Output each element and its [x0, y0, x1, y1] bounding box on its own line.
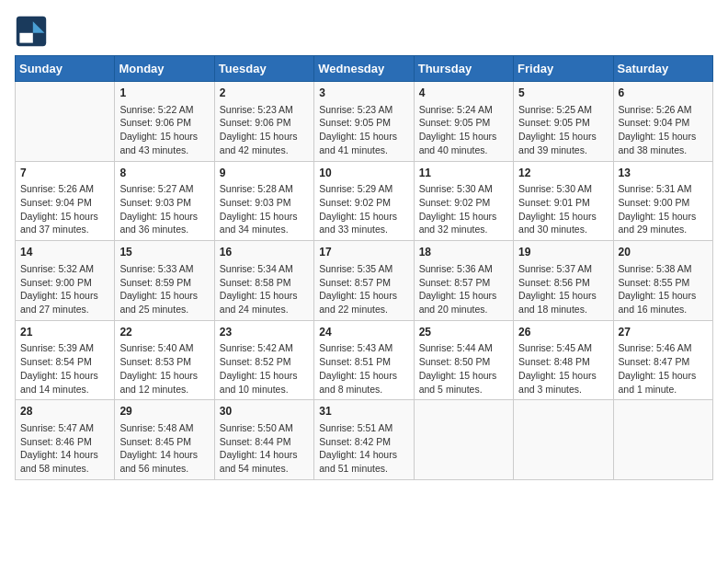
day-number: 26 — [518, 325, 608, 340]
calendar-cell — [514, 400, 613, 480]
calendar-cell: 12Sunrise: 5:30 AM Sunset: 9:01 PM Dayli… — [514, 161, 613, 241]
week-row-3: 14Sunrise: 5:32 AM Sunset: 9:00 PM Dayli… — [16, 241, 713, 321]
day-number: 7 — [20, 166, 109, 181]
calendar-cell: 27Sunrise: 5:46 AM Sunset: 8:47 PM Dayli… — [613, 320, 712, 400]
svg-rect-2 — [19, 33, 32, 43]
calendar-cell: 25Sunrise: 5:44 AM Sunset: 8:50 PM Dayli… — [414, 320, 513, 400]
day-number: 30 — [220, 404, 309, 419]
week-row-2: 7Sunrise: 5:26 AM Sunset: 9:04 PM Daylig… — [16, 161, 713, 241]
calendar-cell: 11Sunrise: 5:30 AM Sunset: 9:02 PM Dayli… — [414, 161, 513, 241]
calendar-cell: 3Sunrise: 5:23 AM Sunset: 9:05 PM Daylig… — [314, 82, 414, 162]
day-number: 22 — [119, 325, 209, 340]
day-content: Sunrise: 5:23 AM Sunset: 9:05 PM Dayligh… — [319, 103, 408, 157]
calendar-cell: 24Sunrise: 5:43 AM Sunset: 8:51 PM Dayli… — [314, 320, 414, 400]
week-row-1: 1Sunrise: 5:22 AM Sunset: 9:06 PM Daylig… — [16, 82, 713, 162]
day-content: Sunrise: 5:51 AM Sunset: 8:42 PM Dayligh… — [319, 421, 408, 476]
day-number: 14 — [20, 245, 109, 260]
calendar-cell: 15Sunrise: 5:33 AM Sunset: 8:59 PM Dayli… — [115, 241, 214, 321]
day-content: Sunrise: 5:32 AM Sunset: 9:00 PM Dayligh… — [20, 262, 109, 316]
day-number: 2 — [220, 86, 309, 101]
calendar-cell — [414, 400, 513, 480]
day-content: Sunrise: 5:35 AM Sunset: 8:57 PM Dayligh… — [319, 262, 408, 316]
day-number: 16 — [220, 245, 309, 260]
day-number: 15 — [119, 245, 209, 260]
calendar-cell — [613, 400, 712, 480]
column-header-monday: Monday — [115, 56, 214, 82]
day-number: 27 — [619, 325, 708, 340]
day-number: 17 — [319, 245, 408, 260]
day-number: 28 — [20, 404, 109, 419]
day-number: 18 — [419, 245, 508, 260]
day-content: Sunrise: 5:40 AM Sunset: 8:53 PM Dayligh… — [119, 341, 209, 396]
calendar-cell: 4Sunrise: 5:24 AM Sunset: 9:05 PM Daylig… — [414, 82, 513, 162]
day-content: Sunrise: 5:38 AM Sunset: 8:55 PM Dayligh… — [619, 262, 708, 316]
day-content: Sunrise: 5:26 AM Sunset: 9:04 PM Dayligh… — [20, 182, 109, 236]
day-content: Sunrise: 5:34 AM Sunset: 8:58 PM Dayligh… — [220, 262, 309, 316]
day-number: 13 — [619, 166, 708, 181]
day-number: 5 — [518, 86, 608, 101]
day-content: Sunrise: 5:46 AM Sunset: 8:47 PM Dayligh… — [619, 341, 708, 396]
calendar-cell: 13Sunrise: 5:31 AM Sunset: 9:00 PM Dayli… — [613, 161, 712, 241]
calendar-cell: 8Sunrise: 5:27 AM Sunset: 9:03 PM Daylig… — [115, 161, 214, 241]
week-row-4: 21Sunrise: 5:39 AM Sunset: 8:54 PM Dayli… — [16, 320, 713, 400]
day-number: 25 — [419, 325, 508, 340]
day-content: Sunrise: 5:27 AM Sunset: 9:03 PM Dayligh… — [119, 182, 209, 236]
day-content: Sunrise: 5:42 AM Sunset: 8:52 PM Dayligh… — [220, 341, 309, 396]
day-content: Sunrise: 5:22 AM Sunset: 9:06 PM Dayligh… — [119, 103, 209, 157]
day-number: 31 — [319, 404, 408, 419]
column-header-tuesday: Tuesday — [214, 56, 313, 82]
calendar-cell: 5Sunrise: 5:25 AM Sunset: 9:05 PM Daylig… — [514, 82, 613, 162]
column-header-thursday: Thursday — [414, 56, 513, 82]
column-header-friday: Friday — [514, 56, 613, 82]
day-number: 4 — [419, 86, 508, 101]
calendar-cell: 26Sunrise: 5:45 AM Sunset: 8:48 PM Dayli… — [514, 320, 613, 400]
column-header-saturday: Saturday — [613, 56, 712, 82]
day-number: 8 — [119, 166, 209, 181]
day-number: 29 — [119, 404, 209, 419]
day-number: 23 — [220, 325, 309, 340]
logo-icon — [15, 15, 48, 48]
column-header-sunday: Sunday — [16, 56, 115, 82]
day-content: Sunrise: 5:36 AM Sunset: 8:57 PM Dayligh… — [419, 262, 508, 316]
calendar-cell: 2Sunrise: 5:23 AM Sunset: 9:06 PM Daylig… — [214, 82, 313, 162]
day-content: Sunrise: 5:25 AM Sunset: 9:05 PM Dayligh… — [518, 103, 608, 157]
day-number: 12 — [518, 166, 608, 181]
calendar-cell: 17Sunrise: 5:35 AM Sunset: 8:57 PM Dayli… — [314, 241, 414, 321]
calendar-cell: 9Sunrise: 5:28 AM Sunset: 9:03 PM Daylig… — [214, 161, 313, 241]
day-content: Sunrise: 5:23 AM Sunset: 9:06 PM Dayligh… — [220, 103, 309, 157]
calendar-cell — [16, 82, 115, 162]
calendar-cell: 6Sunrise: 5:26 AM Sunset: 9:04 PM Daylig… — [613, 82, 712, 162]
day-content: Sunrise: 5:30 AM Sunset: 9:01 PM Dayligh… — [518, 182, 608, 236]
calendar-cell: 10Sunrise: 5:29 AM Sunset: 9:02 PM Dayli… — [314, 161, 414, 241]
header — [15, 15, 713, 48]
day-content: Sunrise: 5:47 AM Sunset: 8:46 PM Dayligh… — [20, 421, 109, 476]
day-content: Sunrise: 5:39 AM Sunset: 8:54 PM Dayligh… — [20, 341, 109, 396]
calendar-cell: 1Sunrise: 5:22 AM Sunset: 9:06 PM Daylig… — [115, 82, 214, 162]
day-number: 9 — [220, 166, 309, 181]
day-content: Sunrise: 5:43 AM Sunset: 8:51 PM Dayligh… — [319, 341, 408, 396]
calendar-cell: 18Sunrise: 5:36 AM Sunset: 8:57 PM Dayli… — [414, 241, 513, 321]
day-number: 21 — [20, 325, 109, 340]
calendar-cell: 21Sunrise: 5:39 AM Sunset: 8:54 PM Dayli… — [16, 320, 115, 400]
header-row: SundayMondayTuesdayWednesdayThursdayFrid… — [16, 56, 713, 82]
calendar-cell: 22Sunrise: 5:40 AM Sunset: 8:53 PM Dayli… — [115, 320, 214, 400]
day-content: Sunrise: 5:50 AM Sunset: 8:44 PM Dayligh… — [220, 421, 309, 476]
day-number: 10 — [319, 166, 408, 181]
calendar-cell: 14Sunrise: 5:32 AM Sunset: 9:00 PM Dayli… — [16, 241, 115, 321]
calendar-cell: 28Sunrise: 5:47 AM Sunset: 8:46 PM Dayli… — [16, 400, 115, 480]
calendar-cell: 20Sunrise: 5:38 AM Sunset: 8:55 PM Dayli… — [613, 241, 712, 321]
day-content: Sunrise: 5:26 AM Sunset: 9:04 PM Dayligh… — [619, 103, 708, 157]
calendar-cell: 31Sunrise: 5:51 AM Sunset: 8:42 PM Dayli… — [314, 400, 414, 480]
column-header-wednesday: Wednesday — [314, 56, 414, 82]
day-number: 24 — [319, 325, 408, 340]
day-number: 3 — [319, 86, 408, 101]
day-number: 20 — [619, 245, 708, 260]
calendar-cell: 7Sunrise: 5:26 AM Sunset: 9:04 PM Daylig… — [16, 161, 115, 241]
calendar-cell: 29Sunrise: 5:48 AM Sunset: 8:45 PM Dayli… — [115, 400, 214, 480]
day-content: Sunrise: 5:30 AM Sunset: 9:02 PM Dayligh… — [419, 182, 508, 236]
calendar-cell: 23Sunrise: 5:42 AM Sunset: 8:52 PM Dayli… — [214, 320, 313, 400]
day-number: 1 — [119, 86, 209, 101]
day-content: Sunrise: 5:28 AM Sunset: 9:03 PM Dayligh… — [220, 182, 309, 236]
day-content: Sunrise: 5:48 AM Sunset: 8:45 PM Dayligh… — [119, 421, 209, 476]
day-content: Sunrise: 5:31 AM Sunset: 9:00 PM Dayligh… — [619, 182, 708, 236]
